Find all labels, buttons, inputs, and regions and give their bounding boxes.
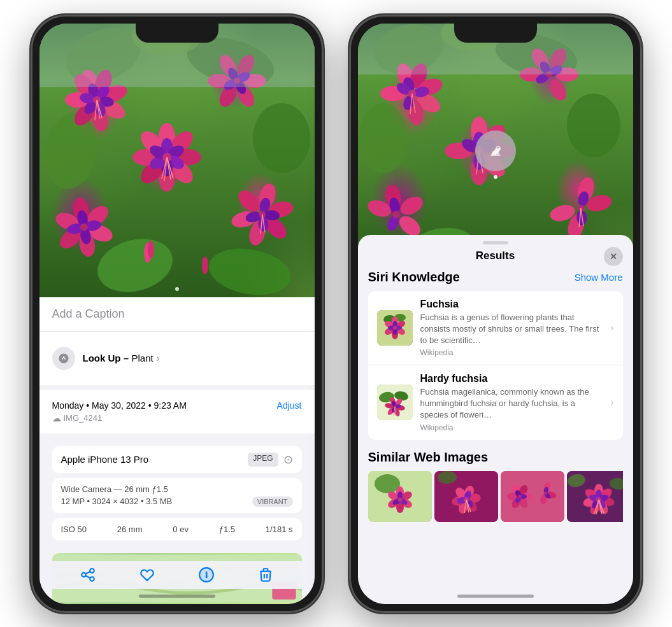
filename-text: IMG_4241	[64, 413, 103, 423]
vlu-dot	[494, 175, 497, 179]
section-header: Siri Knowledge Show More	[368, 270, 623, 285]
lookup-text: Look Up – Plant ›	[83, 353, 302, 364]
web-image-4[interactable]	[567, 471, 623, 522]
phone-2: Results ✕ Siri Knowledge Show More	[349, 15, 642, 613]
hardy-fuchsia-item[interactable]: Hardy fuchsia Fuchsia magellanica, commo…	[368, 365, 623, 440]
location-icon: ⊙	[283, 453, 293, 467]
web-image-1[interactable]	[368, 471, 432, 522]
camera-details: Wide Camera — 26 mm ƒ1.5 12 MP • 3024 × …	[52, 478, 302, 513]
sheet-header: Results ✕	[358, 250, 633, 270]
device-badges: JPEG ⊙	[248, 453, 292, 467]
photo-display	[39, 24, 315, 297]
svg-point-188	[397, 497, 402, 502]
photo-date: Monday • May 30, 2022 • 9:23 AM	[52, 400, 187, 411]
phone-2-screen: Results ✕ Siri Knowledge Show More	[358, 24, 633, 604]
close-button[interactable]: ✕	[604, 247, 623, 266]
phone-1: Add a Caption Look Up – Plant ›	[31, 15, 324, 613]
caption-section[interactable]: Add a Caption	[39, 297, 315, 332]
sheet-content: Siri Knowledge Show More	[358, 270, 633, 588]
info-button[interactable]: ℹ	[192, 561, 220, 589]
fuchsia-item[interactable]: Fuchsia Fuchsia is a genus of flowering …	[368, 291, 623, 366]
fuchsia-description: Fuchsia is a genus of flowering plants t…	[420, 312, 603, 347]
show-more-button[interactable]: Show More	[575, 272, 623, 283]
fuchsia-source: Wikipedia	[420, 348, 603, 357]
meta-section: Monday • May 30, 2022 • 9:23 AM Adjust ☁…	[39, 390, 315, 433]
svg-point-178	[375, 474, 400, 493]
delete-button[interactable]	[252, 561, 280, 589]
lookup-icon	[52, 347, 75, 370]
adjust-button[interactable]: Adjust	[277, 400, 302, 411]
jpeg-badge: JPEG	[248, 453, 278, 467]
device-name: Apple iPhone 13 Pro	[61, 454, 149, 465]
notch	[136, 24, 218, 43]
close-icon: ✕	[610, 251, 617, 262]
camera-type: Wide Camera — 26 mm ƒ1.5	[61, 484, 293, 494]
web-images-header: Similar Web Images	[368, 450, 623, 465]
hardy-fuchsia-source: Wikipedia	[420, 423, 603, 432]
home-indicator	[139, 595, 215, 598]
chevron-icon: ›	[610, 322, 613, 334]
hardy-fuchsia-info: Hardy fuchsia Fuchsia magellanica, commo…	[420, 373, 603, 432]
lookup-row[interactable]: Look Up – Plant ›	[52, 342, 302, 375]
filename-row: ☁ IMG_4241	[52, 413, 302, 423]
web-images-title: Similar Web Images	[368, 450, 489, 465]
svg-point-214	[518, 495, 522, 498]
toolbar: ℹ	[39, 561, 315, 589]
svg-point-80	[148, 241, 154, 258]
fuchsia-info: Fuchsia Fuchsia is a genus of flowering …	[420, 299, 603, 358]
exif-iso: ISO 50	[61, 525, 87, 534]
phone2-notch	[454, 24, 537, 43]
device-section: Apple iPhone 13 Pro JPEG ⊙ Wide Camera —…	[39, 439, 315, 548]
fuchsia-thumbnail	[377, 310, 413, 346]
web-images-grid	[368, 471, 623, 522]
svg-point-92	[567, 94, 620, 157]
exif-focal: 26 mm	[117, 525, 143, 534]
phone2-home-indicator	[457, 595, 534, 598]
svg-point-161	[393, 326, 397, 330]
sheet-title: Results	[476, 250, 515, 262]
sheet-handle[interactable]	[483, 241, 508, 244]
svg-point-71	[234, 187, 263, 215]
exif-shutter: 1/181 s	[266, 525, 293, 534]
web-image-2[interactable]	[434, 471, 498, 522]
exif-row: ISO 50 26 mm 0 ev ƒ1.5 1/181 s	[52, 518, 302, 540]
lookup-section: Look Up – Plant ›	[39, 332, 315, 385]
web-image-3[interactable]	[501, 471, 564, 522]
share-button[interactable]	[74, 561, 102, 589]
results-sheet: Results ✕ Siri Knowledge Show More	[358, 235, 633, 604]
knowledge-card: Fuchsia Fuchsia is a genus of flowering …	[368, 291, 623, 440]
siri-knowledge-section: Siri Knowledge Show More	[368, 270, 623, 440]
svg-point-190	[438, 471, 457, 484]
hardy-chevron-icon: ›	[610, 397, 613, 408]
vibrant-badge: VIBRANT	[252, 497, 293, 507]
cloud-icon: ☁	[52, 413, 61, 423]
svg-point-4	[253, 103, 310, 173]
caption-placeholder: Add a Caption	[52, 307, 125, 320]
camera-specs: 12 MP • 3024 × 4032 • 3.5 MB	[61, 497, 173, 506]
exif-ev: 0 ev	[173, 525, 189, 534]
hardy-fuchsia-thumbnail	[377, 384, 413, 420]
svg-point-131	[397, 193, 425, 218]
svg-point-91	[359, 103, 408, 173]
exif-aperture: ƒ1.5	[219, 525, 235, 534]
svg-point-6	[204, 243, 294, 297]
device-row: Apple iPhone 13 Pro JPEG ⊙	[52, 446, 302, 473]
visual-lookup-button[interactable]	[475, 130, 516, 171]
svg-point-81	[202, 257, 208, 274]
svg-point-220	[543, 491, 547, 495]
fuchsia-name: Fuchsia	[420, 299, 603, 310]
svg-point-65	[80, 223, 88, 231]
phone-1-screen: Add a Caption Look Up – Plant ›	[39, 24, 315, 604]
hardy-fuchsia-description: Fuchsia magellanica, commonly known as t…	[420, 386, 603, 421]
siri-knowledge-title: Siri Knowledge	[368, 270, 460, 285]
svg-point-136	[392, 211, 400, 218]
web-images-section: Similar Web Images	[368, 450, 623, 522]
hardy-fuchsia-name: Hardy fuchsia	[420, 373, 603, 384]
like-button[interactable]	[133, 561, 161, 589]
